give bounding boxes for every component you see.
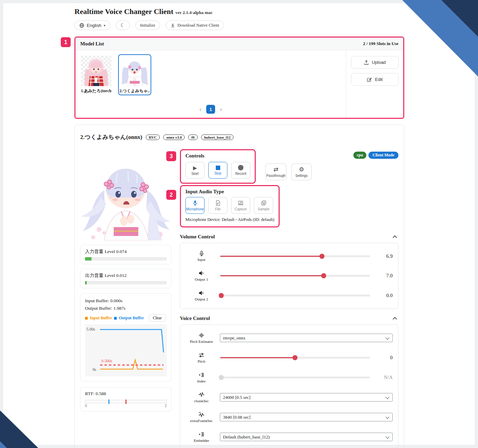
input-volume-row: Input 6.9 <box>186 251 393 262</box>
model-thumbnail-tsukuyomi <box>120 56 150 86</box>
tag-hubert: hubert_base_l12 <box>201 135 234 140</box>
output-buffer-value: Output Buffer: 1.987s <box>85 305 167 312</box>
speaker-icon <box>198 270 205 276</box>
start-button[interactable]: ▶ Start <box>185 162 205 179</box>
volume-control-title: Volume Control <box>180 234 215 240</box>
model-detail-title: 2.つくよみちゃん(onnx) <box>80 133 142 141</box>
download-icon <box>170 23 175 28</box>
rtf-value: RTF: 0.588 <box>85 391 167 396</box>
chart-ymin-label: 0s <box>93 367 96 372</box>
tag-f0: f0 <box>188 135 197 140</box>
rtf-threshold-marker <box>125 400 126 404</box>
input-volume-value: 6.9 <box>370 253 393 259</box>
model-list-header: Model List 2 / 199 Slots in Use <box>75 38 403 50</box>
prev-page-icon[interactable]: ‹ <box>199 106 201 113</box>
dark-mode-button[interactable]: ☾ <box>116 20 130 30</box>
input-buffer-legend: Input Buffer <box>90 316 112 321</box>
rtf-current-marker <box>108 400 109 404</box>
sample-button[interactable]: Sample <box>254 197 273 214</box>
pitch-value: 0 <box>370 355 393 361</box>
next-page-icon[interactable]: › <box>220 106 222 113</box>
output2-volume-row: Output 2 0.0 <box>186 290 393 301</box>
model-caption: 2.つくよみちゃ... <box>120 88 150 94</box>
page-1-button[interactable]: 1 <box>206 105 215 114</box>
edit-button[interactable]: Edit <box>351 73 399 86</box>
page-title: Realtime Voice Changer Client <box>74 7 173 16</box>
capture-button[interactable]: Capture <box>231 197 250 214</box>
play-icon: ▶ <box>193 165 197 170</box>
input-volume-slider[interactable] <box>220 253 370 259</box>
extraframesec-select[interactable]: 3840 [0.08 sec] <box>220 413 393 421</box>
chunksec-select[interactable]: 24000 [0.5 sec] <box>220 393 393 402</box>
output-buffer-legend: Output Buffer <box>119 316 144 321</box>
step-badge-2: 2 <box>166 190 176 200</box>
pitch-slider[interactable] <box>220 355 370 361</box>
character-portrait <box>80 149 171 240</box>
stop-button[interactable]: Stop <box>208 162 227 179</box>
upload-button[interactable]: Upload <box>351 56 399 69</box>
embedder-select[interactable]: Default (hubert_base_l12) <box>220 433 393 441</box>
waveform-icon <box>198 392 205 398</box>
index-slider[interactable] <box>220 375 370 380</box>
input-audio-box: 2 Input Audio Type Microphone File <box>180 185 280 227</box>
slots-in-use: 2 / 199 Slots in Use <box>363 41 398 46</box>
controls-box: 3 Controls ▶ Start Stop <box>180 149 256 184</box>
volume-control-heading: Volume Control <box>180 234 398 240</box>
toolbar: English ▾ ☾ Initialize Download Native C… <box>74 20 404 30</box>
edit-icon <box>367 77 372 82</box>
output-level-label: 出力音量 Level 0.012 <box>85 272 167 279</box>
chart-threshold-label: 0.500s <box>101 359 112 363</box>
collapse-voice-icon[interactable] <box>393 317 397 321</box>
collapse-volume-icon[interactable] <box>393 235 397 240</box>
settings-button[interactable]: ⚙ Settings <box>291 164 312 180</box>
gear-icon: ⚙ <box>299 167 304 172</box>
model-slot-2-selected[interactable]: 2.つくよみちゃ... <box>118 54 151 95</box>
model-list-section: 1 Model List 2 / 199 Slots in Use <box>74 37 404 119</box>
file-button[interactable]: File <box>208 197 227 214</box>
pitch-estimator-row: Pitch Estimator rmvpe_onnx <box>186 332 393 344</box>
embedder-row: Embedder Default (hubert_base_l12) <box>186 431 393 443</box>
microphone-button[interactable]: Microphone <box>185 197 205 214</box>
file-icon <box>215 200 221 206</box>
model-detail-section: 2.つくよみちゃん(onnx) RVC onnx v3.0 f0 hubert_… <box>74 125 404 448</box>
record-icon <box>238 165 243 170</box>
chunksec-row: chunkSec 24000 [0.5 sec] <box>186 392 393 403</box>
app-panel: Realtime Voice Changer Clientver 2.1.4-a… <box>3 3 475 445</box>
model-list-title: Model List <box>80 41 104 47</box>
speaker-icon <box>198 290 205 296</box>
passthrough-icon: ⇄ <box>273 167 278 172</box>
clear-buffer-button[interactable]: Clear <box>149 314 166 322</box>
voice-control-box: Pitch Estimator rmvpe_onnx Pitch <box>180 324 398 448</box>
initialize-button[interactable]: Initialize <box>135 20 160 30</box>
pitch-row: Pitch 0 <box>186 352 393 363</box>
input-audio-title: Input Audio Type <box>185 189 274 195</box>
pitch-estimator-select[interactable]: rmvpe_onnx <box>220 334 393 342</box>
sample-icon <box>261 200 267 206</box>
buffer-card: Input Buffer: 0.000s Output Buffer: 1.98… <box>80 293 171 381</box>
equalizer-icon <box>198 332 205 338</box>
capture-icon <box>238 200 244 206</box>
tune-icon <box>198 352 205 358</box>
output2-volume-value: 0.0 <box>370 293 393 298</box>
chart-ymax-label: 5.00s <box>86 327 95 332</box>
model-slot-1[interactable]: 1.あみたろ(torch) <box>80 54 113 95</box>
microphone-icon <box>192 200 198 206</box>
rtf-gauge <box>85 400 167 403</box>
rtf-card: RTF: 0.588 0 2 <box>80 387 171 411</box>
output2-volume-slider[interactable] <box>220 293 370 298</box>
language-select[interactable]: English ▾ <box>74 20 110 30</box>
version-label: ver 2.1.4-alpha mac <box>175 10 213 15</box>
app-header: Realtime Voice Changer Clientver 2.1.4-a… <box>74 7 404 16</box>
output1-volume-value: 7.0 <box>370 273 393 279</box>
output1-volume-slider[interactable] <box>220 273 370 279</box>
input-level-meter <box>85 257 167 261</box>
output-buffer-legend-swatch <box>114 317 117 320</box>
passthrough-button[interactable]: ⇄ Passthrough <box>265 164 286 180</box>
record-button[interactable]: Record <box>231 162 250 179</box>
input-buffer-legend-swatch <box>85 317 88 320</box>
input-level-card: 入力音量 Level 0.074 <box>80 245 171 264</box>
controls-title: Controls <box>185 153 250 159</box>
model-caption: 1.あみたろ(torch) <box>81 88 111 94</box>
download-native-client-button[interactable]: Download Native Client <box>166 20 224 30</box>
step-badge-1: 1 <box>61 37 71 47</box>
